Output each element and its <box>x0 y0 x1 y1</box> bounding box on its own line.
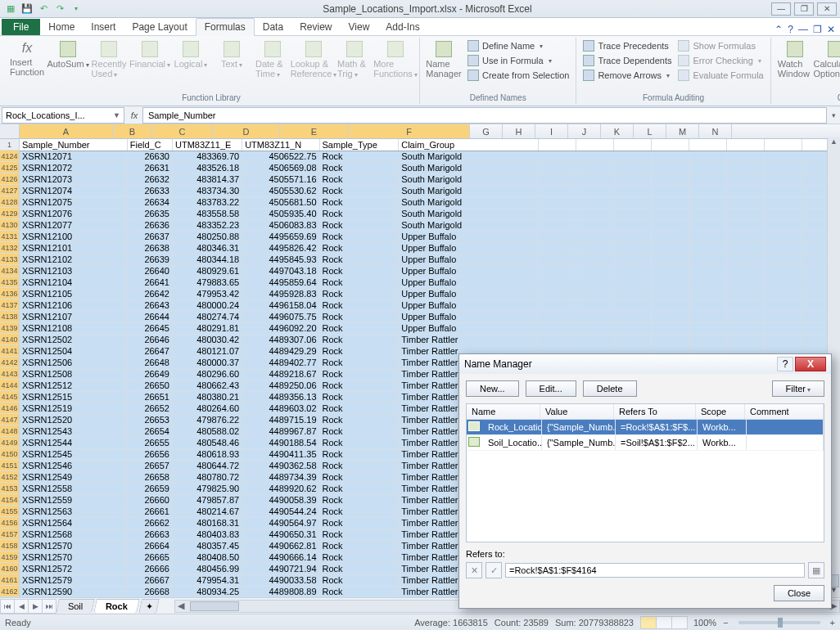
tab-view[interactable]: View <box>341 19 378 35</box>
row-header[interactable]: 4137 <box>0 299 20 311</box>
table-row[interactable]: XSRN1207326632483814.374505571.16RockSou… <box>20 173 840 185</box>
page-break-view-button[interactable] <box>671 616 688 629</box>
scroll-left-icon[interactable]: ◀ <box>175 601 187 611</box>
normal-view-button[interactable] <box>640 616 657 629</box>
table-row[interactable]: XSRN1210326640480929.614497043.18RockUpp… <box>20 265 840 277</box>
create-from-selection-button[interactable]: Create from Selection <box>466 69 571 82</box>
zoom-out-icon[interactable]: − <box>723 618 728 628</box>
tab-formulas[interactable]: Formulas <box>196 18 255 36</box>
row-header[interactable]: 4157 <box>0 529 20 540</box>
lookup-ref-button[interactable]: Lookup & Reference <box>295 39 332 80</box>
mdi-restore-icon[interactable]: ❐ <box>813 24 822 35</box>
remove-arrows-button[interactable]: Remove Arrows <box>581 69 673 82</box>
table-row[interactable]: XSRN1210726644480274.744496075.75RockUpp… <box>20 311 840 322</box>
row-header[interactable]: 4133 <box>0 254 20 265</box>
show-formulas-button[interactable]: Show Formulas <box>676 39 765 52</box>
column-header-D[interactable]: D <box>213 124 280 138</box>
zoom-slider[interactable] <box>738 621 820 624</box>
last-sheet-icon[interactable]: ⏭ <box>42 599 56 614</box>
table-row[interactable]: XSRN1250226646480030.424489307.06RockTim… <box>20 334 840 345</box>
row-header[interactable]: 4150 <box>0 448 20 460</box>
undo-icon[interactable]: ↶ <box>36 2 51 16</box>
table-row[interactable]: XSRN1210526642479953.424495928.83RockUpp… <box>20 288 840 299</box>
tab-addins[interactable]: Add-Ins <box>377 19 427 35</box>
row-header[interactable]: 4128 <box>0 196 20 208</box>
row-header[interactable]: 4158 <box>0 540 20 551</box>
column-header-J[interactable]: J <box>568 124 601 138</box>
watch-window-button[interactable]: Watch Window <box>776 39 814 80</box>
hscroll-thumb[interactable] <box>190 601 239 611</box>
table-row[interactable]: XSRN1210126638480346.314495826.42RockUpp… <box>20 242 840 254</box>
calculation-options-button[interactable]: Calculation Options <box>817 39 840 80</box>
table-row[interactable]: XSRN1207726636483352.234506083.83RockSou… <box>20 219 840 231</box>
use-in-formula-button[interactable]: Use in Formula <box>466 54 571 67</box>
column-header-A[interactable]: A <box>20 124 113 138</box>
math-trig-button[interactable]: Math & Trig <box>336 39 373 80</box>
table-row[interactable]: XSRN1207426633483734.304505530.62RockSou… <box>20 185 840 196</box>
dialog-close-icon[interactable]: X <box>795 357 826 371</box>
expand-formula-bar-icon[interactable]: ▾ <box>827 111 840 119</box>
name-list[interactable]: Name Value Refers To Scope Comment Rock_… <box>466 403 824 542</box>
column-header-C[interactable]: C <box>152 124 213 138</box>
table-row[interactable]: XSRN1207626635483558.584505935.40RockSou… <box>20 208 840 219</box>
row-header[interactable]: 4156 <box>0 517 20 529</box>
row-header[interactable]: 4139 <box>0 322 20 334</box>
error-checking-button[interactable]: Error Checking <box>676 54 765 67</box>
tab-review[interactable]: Review <box>291 19 340 35</box>
mdi-minimize-icon[interactable]: — <box>798 24 808 35</box>
more-functions-button[interactable]: More Functions <box>377 39 414 80</box>
help-icon[interactable]: ? <box>788 24 793 35</box>
tab-insert[interactable]: Insert <box>83 19 124 35</box>
formula-input[interactable]: Sample_Number <box>142 107 827 124</box>
zoom-in-icon[interactable]: + <box>830 618 835 628</box>
row-header[interactable]: 4124 <box>0 151 20 162</box>
text-button[interactable]: Text <box>213 39 251 70</box>
save-icon[interactable]: 💾 <box>20 2 34 16</box>
column-header-H[interactable]: H <box>503 124 535 138</box>
recently-used-button[interactable]: Recently Used <box>90 39 128 80</box>
row-header[interactable]: 4147 <box>0 414 20 425</box>
row-header[interactable]: 4140 <box>0 334 20 345</box>
zoom-level[interactable]: 100% <box>693 618 716 628</box>
table-row[interactable]: XSRN1210426641479883.654495859.64RockUpp… <box>20 277 840 288</box>
row-header[interactable]: 4152 <box>0 471 20 483</box>
prev-sheet-icon[interactable]: ◀ <box>14 599 29 614</box>
column-header-F[interactable]: F <box>349 124 470 138</box>
filter-button[interactable]: Filter <box>772 380 824 397</box>
table-row[interactable]: XSRN1210026637480250.884495659.69RockUpp… <box>20 231 840 242</box>
row-header[interactable]: 4136 <box>0 288 20 299</box>
row-header[interactable]: 4129 <box>0 208 20 219</box>
table-row[interactable]: XSRN1210626643480000.244496158.04RockUpp… <box>20 299 840 311</box>
evaluate-formula-button[interactable]: Evaluate Formula <box>676 69 765 82</box>
new-sheet-button[interactable]: ✦ <box>138 599 160 614</box>
col-comment[interactable]: Comment <box>745 404 824 419</box>
select-all-corner[interactable] <box>0 124 20 138</box>
row-header[interactable]: 4155 <box>0 506 20 517</box>
table-row[interactable]: XSRN1207126630483369.704506522.75RockSou… <box>20 151 840 162</box>
table-row[interactable]: XSRN1207526634483783.224505681.50RockSou… <box>20 196 840 208</box>
redo-icon[interactable]: ↷ <box>52 2 67 16</box>
table-row[interactable]: XSRN1210826645480291.814496092.20RockUpp… <box>20 322 840 334</box>
column-header-M[interactable]: M <box>666 124 699 138</box>
row-header[interactable]: 4125 <box>0 162 20 173</box>
row-header[interactable]: 4135 <box>0 277 20 288</box>
col-name[interactable]: Name <box>467 404 540 419</box>
name-box[interactable]: Rock_Locations_I...▼ <box>2 107 124 124</box>
qat-dropdown-icon[interactable]: ▾ <box>69 2 84 16</box>
dialog-help-icon[interactable]: ? <box>777 357 793 371</box>
row-header[interactable]: 4162 <box>0 586 20 597</box>
define-name-button[interactable]: Define Name <box>466 39 571 52</box>
column-header-K[interactable]: K <box>601 124 634 138</box>
row-header[interactable]: 4153 <box>0 483 20 494</box>
col-refers[interactable]: Refers To <box>614 404 696 419</box>
tab-file[interactable]: File <box>2 19 40 35</box>
row-header[interactable]: 4130 <box>0 219 20 231</box>
tab-data[interactable]: Data <box>255 19 291 35</box>
name-list-row[interactable]: Soil_Locatio... {"Sample_Numb... =Soil!$… <box>467 435 824 451</box>
column-header-I[interactable]: I <box>535 124 568 138</box>
name-manager-button[interactable]: Name Manager <box>425 39 463 80</box>
autosum-button[interactable]: AutoSum <box>49 39 87 70</box>
row-header[interactable]: 4151 <box>0 460 20 471</box>
fx-icon[interactable]: fx <box>126 110 142 120</box>
refers-to-input[interactable] <box>505 563 805 578</box>
